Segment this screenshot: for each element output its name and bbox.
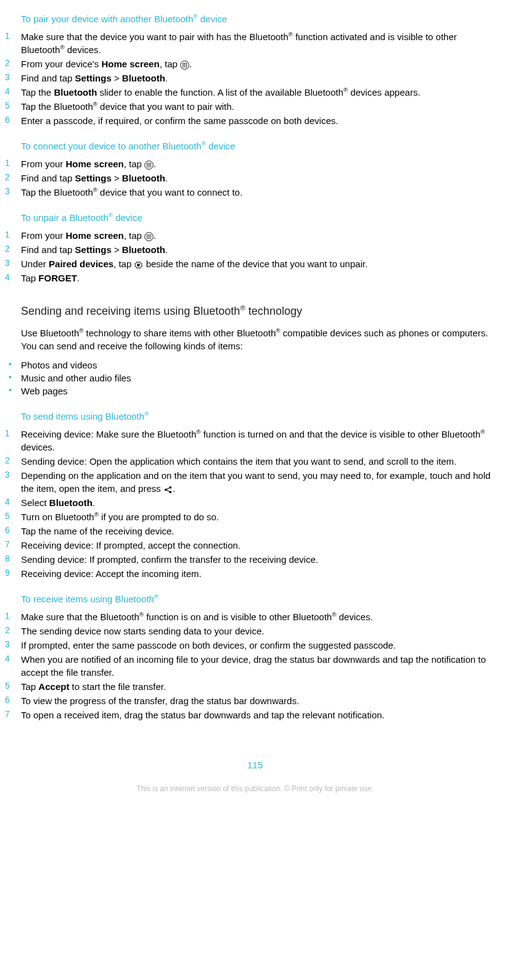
svg-point-3: [186, 62, 187, 64]
svg-point-11: [147, 162, 148, 164]
svg-point-4: [183, 64, 184, 65]
step-item: Under Paired devices, tap beside the nam…: [12, 257, 498, 270]
apps-grid-icon: [144, 232, 154, 241]
step-item: Receiving device: If prompted, accept th…: [12, 539, 498, 552]
svg-point-2: [184, 62, 186, 64]
svg-point-5: [184, 64, 186, 65]
step-item: From your device's Home screen, tap .: [12, 57, 498, 70]
step-list: From your Home screen, tap .Find and tap…: [12, 229, 498, 284]
svg-point-32: [169, 491, 171, 493]
svg-point-18: [149, 166, 150, 167]
svg-line-34: [167, 490, 169, 491]
svg-point-21: [147, 234, 148, 235]
bullet-list: Photos and videosMusic and other audio f…: [12, 359, 498, 397]
apps-grid-icon: [180, 60, 189, 70]
svg-point-6: [186, 64, 187, 65]
subheading: Sending and receiving items using Blueto…: [21, 303, 498, 319]
svg-point-31: [169, 486, 171, 489]
page-number: 115: [12, 758, 498, 771]
svg-point-16: [150, 164, 151, 165]
svg-point-17: [147, 166, 148, 167]
step-item: Find and tap Settings > Bluetooth.: [12, 172, 498, 185]
intro-paragraph: Use Bluetooth® technology to share items…: [21, 326, 498, 352]
section-title: To connect your device to another Blueto…: [21, 139, 498, 152]
step-item: Sending device: Open the application whi…: [12, 455, 498, 468]
svg-point-13: [150, 162, 151, 164]
step-item: Make sure that the Bluetooth® function i…: [12, 610, 498, 623]
step-item: Tap FORGET.: [12, 272, 498, 284]
section-title: To receive items using Bluetooth®: [21, 592, 498, 605]
step-list: Make sure that the device you want to pa…: [12, 30, 498, 127]
svg-point-7: [183, 66, 184, 67]
step-list: Make sure that the Bluetooth® function i…: [12, 610, 498, 721]
step-item: Tap the Bluetooth® device that you want …: [12, 186, 498, 199]
step-item: When you are notified of an incoming fil…: [12, 653, 498, 679]
step-item: Select Bluetooth.: [12, 496, 498, 509]
svg-point-14: [147, 164, 148, 165]
svg-point-22: [149, 234, 150, 235]
step-item: Make sure that the device you want to pa…: [12, 30, 498, 56]
step-item: From your Home screen, tap .: [12, 229, 498, 242]
step-item: Tap the Bluetooth® device that you want …: [12, 100, 498, 113]
step-item: From your Home screen, tap .: [12, 157, 498, 170]
step-item: Tap Accept to start the file transfer.: [12, 680, 498, 693]
svg-point-24: [147, 236, 148, 237]
svg-point-25: [149, 236, 150, 237]
step-item: Tap the Bluetooth slider to enable the f…: [12, 86, 498, 99]
step-item: Sending device: If prompted, confirm the…: [12, 553, 498, 566]
svg-point-27: [147, 238, 148, 239]
gear-icon: [134, 260, 143, 270]
svg-point-29: [150, 238, 151, 239]
step-item: Tap the name of the receiving device.: [12, 525, 498, 538]
step-item: To open a received item, drag the status…: [12, 708, 498, 721]
svg-point-28: [149, 238, 150, 239]
svg-point-19: [150, 166, 151, 167]
svg-point-9: [186, 66, 187, 67]
step-item: Enter a passcode, if required, or confir…: [12, 114, 498, 127]
svg-point-23: [150, 234, 151, 235]
step-list: From your Home screen, tap .Find and tap…: [12, 157, 498, 199]
share-icon: [163, 485, 173, 494]
apps-grid-icon: [144, 160, 154, 170]
bullet-item: Photos and videos: [12, 359, 498, 372]
step-item: Receiving device: Accept the incoming it…: [12, 567, 498, 580]
step-item: Find and tap Settings > Bluetooth.: [12, 243, 498, 256]
bullet-item: Web pages: [12, 384, 498, 397]
svg-line-33: [167, 488, 169, 489]
step-item: Receiving device: Make sure the Bluetoot…: [12, 428, 498, 454]
step-list: Receiving device: Make sure the Bluetoot…: [12, 428, 498, 580]
section-title: To send items using Bluetooth®: [21, 410, 498, 423]
svg-point-12: [149, 162, 150, 164]
svg-point-1: [183, 62, 184, 64]
section-title: To pair your device with another Bluetoo…: [21, 12, 498, 25]
footer-note: This is an internet version of this publ…: [12, 784, 498, 794]
svg-point-26: [150, 236, 151, 237]
step-item: The sending device now starts sending da…: [12, 625, 498, 637]
svg-point-8: [184, 66, 186, 67]
svg-point-30: [165, 488, 167, 491]
step-item: If prompted, enter the same passcode on …: [12, 639, 498, 652]
step-item: Depending on the application and on the …: [12, 469, 498, 495]
step-item: Find and tap Settings > Bluetooth.: [12, 72, 498, 85]
section-title: To unpair a Bluetooth® device: [21, 211, 498, 224]
step-item: Turn on Bluetooth® if you are prompted t…: [12, 510, 498, 523]
bullet-item: Music and other audio files: [12, 372, 498, 384]
svg-point-15: [149, 164, 150, 165]
step-item: To view the progress of the transfer, dr…: [12, 694, 498, 707]
